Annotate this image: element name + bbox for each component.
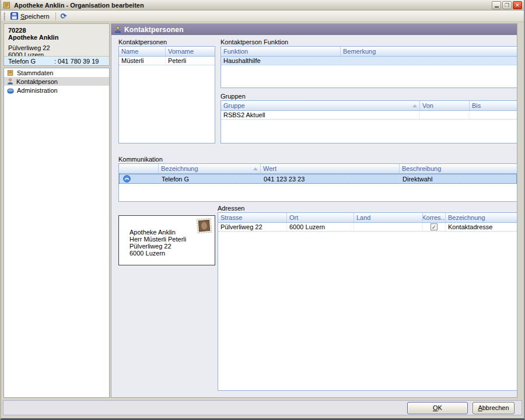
contacts-table-header: Name Vorname (119, 47, 215, 57)
cell-ort: 6000 Luzern (287, 223, 354, 231)
column-header-bemerkung[interactable]: Bemerkung (341, 47, 517, 56)
save-label: Speichern (20, 13, 50, 20)
groups-table: Gruppe Von Bis RSBS2 Aktuell (220, 100, 517, 144)
ok-button[interactable]: OK (407, 402, 468, 414)
postage-stamp-icon (196, 218, 212, 234)
cell-korrespondenz: ✓ (423, 223, 446, 231)
column-header-name[interactable]: Name (119, 47, 166, 56)
title-bar: Apotheke Anklin - Organisation bearbeite… (1, 0, 524, 10)
person-icon (7, 78, 13, 85)
contacts-group-label: Kontaktpersonen (118, 38, 167, 46)
groups-table-header: Gruppe Von Bis (221, 101, 517, 111)
restore-icon: ❐ (505, 2, 509, 8)
column-header-strasse[interactable]: Strasse (218, 213, 287, 222)
column-header-icon[interactable] (119, 164, 159, 173)
close-icon: ✕ (515, 2, 520, 8)
footer-bar: OK Abbrechen (3, 400, 522, 415)
functions-group-label: Kontaktperson Funktion (220, 38, 288, 46)
communication-table-header: Bezeichnung Wert Beschreibung (119, 164, 517, 174)
column-header-beschreibung[interactable]: Beschreibung (400, 164, 517, 173)
cell-land (354, 223, 423, 231)
address-preview: Apotheke Anklin Herr Müsterli Peterli Pü… (118, 215, 215, 265)
functions-table: Funktion Bemerkung Haushalthilfe (220, 46, 517, 88)
person-icon (114, 26, 121, 33)
addresses-table: Strasse Ort Land Korres... Bezeichnung P… (218, 212, 517, 391)
cancel-button[interactable]: Abbrechen (473, 402, 514, 414)
cell-bemerkung (341, 57, 517, 65)
organisation-info-card: 70228 Apotheke Anklin Pülverliweg 22 600… (4, 23, 110, 66)
column-header-korrespondenz[interactable]: Korres... (423, 213, 446, 222)
refresh-button[interactable]: ⟳ (58, 11, 71, 22)
minimize-icon (495, 6, 499, 8)
section-header: Kontaktpersonen (111, 24, 517, 35)
column-label: Bezeichnung (161, 165, 198, 172)
toolbar-grip[interactable] (4, 12, 5, 20)
main-panel: Kontaktpersonen Kontaktpersonen Name Vor… (111, 23, 517, 398)
organisation-street: Pülverliweg 22 (8, 44, 105, 51)
sidebar-item-stammdaten[interactable]: Stammdaten (4, 68, 109, 77)
table-row[interactable]: Haushalthilfe (221, 57, 517, 65)
cell-funktion: Haushalthilfe (221, 57, 341, 65)
floppy-disk-icon (10, 12, 18, 20)
column-label: Gruppe (223, 102, 245, 109)
sidebar-item-administration[interactable]: Administration (4, 86, 109, 94)
app-icon (3, 1, 11, 9)
sort-ascending-icon (412, 104, 417, 107)
table-row[interactable]: Pülverliweg 22 6000 Luzern ✓ Kontaktadre… (218, 223, 517, 232)
column-header-gruppe[interactable]: Gruppe (221, 101, 420, 110)
toolbar-separator (55, 12, 56, 20)
column-header-land[interactable]: Land (354, 213, 423, 222)
cell-gruppe: RSBS2 Aktuell (221, 111, 420, 119)
table-row[interactable]: Telefon G 041 123 23 23 Direktwahl (119, 174, 517, 184)
table-row[interactable]: Müsterli Peterli (119, 57, 215, 65)
cell-bezeichnung: Kontaktadresse (446, 223, 517, 231)
organisation-number: 70228 (8, 27, 105, 34)
sidebar-item-label: Kontaktperson (16, 78, 58, 85)
column-header-bis[interactable]: Bis (470, 101, 517, 110)
envelope-line: Herr Müsterli Peterli (130, 236, 186, 243)
close-button[interactable]: ✕ (513, 1, 522, 9)
app-window: Apotheke Anklin - Organisation bearbeite… (0, 0, 525, 420)
sidebar-item-label: Administration (17, 87, 58, 94)
organisation-name: Apotheke Anklin (8, 34, 105, 41)
table-row[interactable]: RSBS2 Aktuell (221, 111, 517, 120)
cell-wert: 041 123 23 23 (261, 174, 400, 183)
phone-value: : 041 780 39 19 (54, 58, 99, 65)
envelope-line: Pülverliweg 22 (130, 243, 186, 250)
restore-button[interactable]: ❐ (502, 1, 512, 9)
contacts-table: Name Vorname Müsterli Peterli (118, 46, 215, 144)
sort-ascending-icon (253, 167, 258, 170)
groups-group-label: Gruppen (220, 93, 246, 100)
cell-von (420, 111, 470, 119)
organisation-phone-row[interactable]: Telefon G : 041 780 39 19 (4, 56, 109, 65)
column-header-bezeichnung[interactable]: Bezeichnung (159, 164, 261, 173)
checkbox-checked-icon[interactable]: ✓ (430, 223, 438, 230)
phone-label: Telefon G (8, 58, 36, 65)
refresh-icon: ⟳ (61, 12, 67, 20)
communication-group-label: Kommunikation (118, 156, 163, 163)
cell-bezeichnung: Telefon G (159, 174, 261, 183)
column-header-funktion[interactable]: Funktion (221, 47, 341, 56)
phone-icon (123, 175, 131, 183)
save-button[interactable]: Speichern (8, 11, 54, 22)
toolbar: Speichern ⟳ (1, 10, 524, 22)
section-title: Kontaktpersonen (124, 26, 184, 34)
minimize-button[interactable] (492, 1, 501, 9)
cell-vorname: Peterli (166, 57, 215, 65)
communication-table: Bezeichnung Wert Beschreibung Telefon G … (118, 163, 517, 202)
addresses-table-header: Strasse Ort Land Korres... Bezeichnung (218, 213, 517, 223)
sidebar-navigation: Stammdaten Kontaktperson Administration (4, 68, 110, 398)
administration-icon (7, 87, 14, 94)
column-header-von[interactable]: Von (420, 101, 470, 110)
sidebar-item-kontaktperson[interactable]: Kontaktperson (4, 77, 109, 86)
column-header-ort[interactable]: Ort (287, 213, 354, 222)
cell-beschreibung: Direktwahl (400, 174, 516, 183)
functions-table-header: Funktion Bemerkung (221, 47, 517, 57)
column-header-wert[interactable]: Wert (261, 164, 400, 173)
envelope-line: 6000 Luzern (130, 250, 186, 257)
column-header-vorname[interactable]: Vorname (166, 47, 215, 56)
cell-strasse: Pülverliweg 22 (218, 223, 287, 231)
cell-icon (120, 174, 159, 183)
column-header-bezeichnung[interactable]: Bezeichnung (446, 213, 517, 222)
window-title: Apotheke Anklin - Organisation bearbeite… (14, 2, 491, 9)
